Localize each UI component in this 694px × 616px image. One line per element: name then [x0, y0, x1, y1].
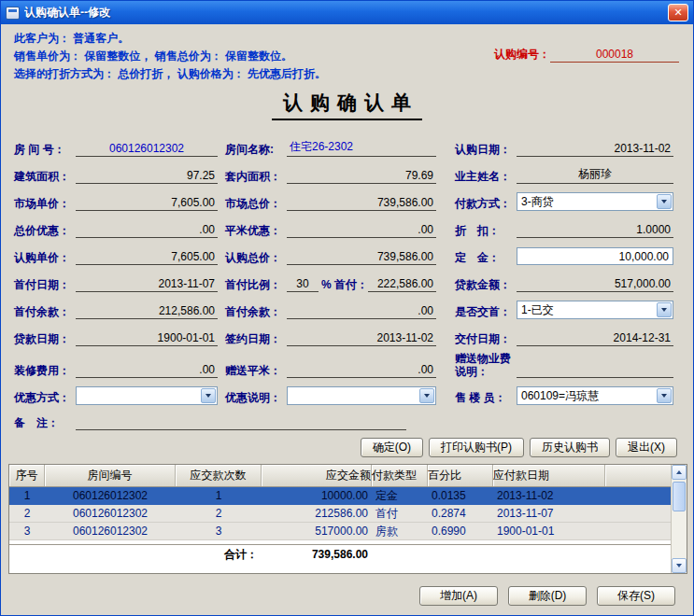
add-button[interactable]: 增加(A) — [419, 586, 498, 606]
market-unit-price-value[interactable]: 7,605.00 — [76, 196, 218, 211]
pay-method-value: 3-商贷 — [521, 194, 554, 210]
info-block: 此客户为： 普通客户。 销售单价为： 保留整数位， 销售总价为： 保留整数位。 … — [14, 30, 326, 83]
field-discount-method: 优惠方式： — [14, 386, 218, 405]
first-pay-ratio-value[interactable]: 30 — [287, 277, 319, 292]
delete-button[interactable]: 删除(D) — [508, 586, 587, 606]
field-remark: 备 注： — [14, 415, 406, 430]
deposit-label: 定 金： — [455, 250, 517, 265]
table-header-pay-type: 付款类型 — [372, 465, 428, 486]
scrollbar-thumb[interactable] — [673, 482, 686, 511]
table-header-percent: 百分比 — [428, 465, 493, 486]
salesperson-dropdown-button[interactable] — [657, 388, 672, 403]
total-discount-label: 总价优惠： — [14, 223, 76, 238]
first-pay-amount-value[interactable]: 222,586.00 — [368, 277, 436, 292]
first-pay-balance-2-value[interactable]: .00 — [287, 304, 436, 319]
discount-rate-value[interactable]: 1.0000 — [517, 223, 673, 238]
chevron-down-icon — [661, 200, 667, 203]
field-room-number: 房 间 号： 060126012302 — [14, 142, 218, 157]
is-first-paid-select[interactable]: 1-已交 — [517, 301, 673, 319]
table-vertical-scrollbar[interactable] — [671, 465, 687, 573]
scroll-down-button[interactable] — [672, 558, 687, 573]
field-deliver-date: 交付日期： 2014-12-31 — [455, 331, 673, 346]
table-row[interactable]: 1 060126012302 1 10000.00 定金 0.0135 2013… — [9, 487, 687, 505]
form-row-8: 贷款日期： 1900-01-01 签约日期： 2013-11-02 交付日期： … — [1, 323, 693, 350]
gift-sqm-value[interactable]: .00 — [287, 363, 436, 378]
dialog-window: 认购确认单--修改 ✕ 此客户为： 普通客户。 销售单价为： 保留整数位， 销售… — [0, 0, 694, 616]
build-area-value[interactable]: 97.25 — [76, 169, 218, 184]
info-line-customer: 此客户为： 普通客户。 — [14, 30, 326, 48]
table-row[interactable]: 2 060126012302 2 212586.00 首付 0.2874 201… — [9, 505, 687, 523]
discount-note-label: 优惠说明： — [225, 390, 287, 405]
is-first-paid-dropdown-button[interactable] — [657, 302, 672, 317]
field-confirm-date: 认购日期： 2013-11-02 — [455, 142, 673, 157]
discount-method-select[interactable] — [76, 386, 218, 405]
window-title: 认购确认单--修改 — [24, 5, 668, 21]
sqm-discount-value[interactable]: .00 — [287, 223, 436, 238]
discount-note-dropdown-button[interactable] — [419, 388, 434, 403]
pay-method-label: 付款方式： — [455, 196, 517, 211]
pay-method-dropdown-button[interactable] — [657, 194, 672, 209]
loan-amount-value[interactable]: 517,000.00 — [517, 277, 673, 292]
decoration-fee-label: 装修费用： — [14, 363, 76, 378]
field-decoration-fee: 装修费用： .00 — [14, 363, 218, 378]
deposit-input[interactable] — [517, 247, 673, 265]
table-header-amount: 应交金额 — [262, 465, 372, 486]
sign-date-value[interactable]: 2013-11-02 — [287, 331, 436, 346]
cell-index: 3 — [9, 523, 45, 539]
decoration-fee-value[interactable]: .00 — [76, 363, 218, 378]
print-confirmation-button[interactable]: 打印认购书(P) — [429, 438, 524, 457]
field-owner-name: 业主姓名： 杨丽珍 — [455, 166, 673, 184]
first-pay-balance-value[interactable]: 212,586.00 — [76, 304, 218, 319]
bottom-action-bar: 增加(A) 删除(D) 保存(S) — [419, 586, 675, 606]
market-unit-price-label: 市场单价： — [14, 196, 76, 211]
deliver-date-label: 交付日期： — [455, 331, 517, 346]
cell-installment: 2 — [176, 505, 262, 522]
field-market-total-price: 市场总价： 739,586.00 — [225, 196, 436, 211]
table-row[interactable]: 3 060126012302 3 517000.00 房款 0.6990 190… — [9, 523, 687, 540]
first-pay-amount-label: % 首付： — [321, 277, 368, 292]
first-pay-balance-label: 首付余款： — [14, 304, 76, 319]
first-pay-date-value[interactable]: 2013-11-07 — [76, 277, 218, 292]
form-row-5: 认购单价： 7,605.00 认购总价： 739,586.00 定 金： — [1, 242, 693, 269]
confirm-button[interactable]: 确定(O) — [361, 438, 423, 457]
confirm-date-value[interactable]: 2013-11-02 — [517, 142, 673, 157]
remark-value[interactable] — [76, 415, 406, 430]
gift-property-note-label: 赠送物业费 说明： — [455, 352, 517, 378]
total-discount-value[interactable]: .00 — [76, 223, 218, 238]
field-sign-date: 签约日期： 2013-11-02 — [225, 331, 436, 346]
is-first-paid-value: 1-已交 — [521, 302, 554, 318]
room-name-value[interactable]: 住宅26-2302 — [287, 139, 436, 157]
loan-date-value[interactable]: 1900-01-01 — [76, 331, 218, 346]
salesperson-select[interactable]: 060109=冯琼慧 — [517, 386, 673, 405]
chevron-down-icon — [661, 394, 667, 398]
form-row-4: 总价优惠： .00 平米优惠： .00 折 扣： 1.0000 — [1, 215, 693, 242]
cell-due-date: 1900-01-01 — [493, 523, 605, 539]
first-pay-ratio-label: 首付比例： — [225, 277, 287, 292]
pay-method-select[interactable]: 3-商贷 — [517, 192, 673, 211]
history-confirmation-button[interactable]: 历史认购书 — [530, 438, 610, 457]
confirm-unit-price-value[interactable]: 7,605.00 — [76, 250, 218, 265]
market-total-price-value[interactable]: 739,586.00 — [287, 196, 436, 211]
confirm-total-price-value[interactable]: 739,586.00 — [287, 250, 436, 265]
save-button[interactable]: 保存(S) — [597, 586, 675, 606]
room-number-value[interactable]: 060126012302 — [76, 142, 218, 157]
field-gift-sqm: 赠送平米： .00 — [225, 363, 436, 378]
table-header-room-number: 房间编号 — [45, 465, 176, 486]
discount-method-dropdown-button[interactable] — [201, 388, 216, 403]
gift-property-note-value[interactable] — [517, 363, 673, 378]
inner-area-value[interactable]: 79.69 — [287, 169, 436, 184]
field-loan-amount: 贷款金额： 517,000.00 — [455, 277, 673, 292]
cell-pay-type: 首付 — [372, 505, 428, 522]
discount-note-select[interactable] — [287, 386, 436, 405]
owner-name-value[interactable]: 杨丽珍 — [517, 166, 673, 184]
deliver-date-value[interactable]: 2014-12-31 — [517, 331, 673, 346]
field-discount-rate: 折 扣： 1.0000 — [455, 223, 673, 238]
table-header-index: 序号 — [9, 465, 45, 486]
inner-area-label: 套内面积： — [225, 169, 287, 184]
loan-amount-label: 贷款金额： — [455, 277, 517, 292]
scroll-up-button[interactable] — [672, 465, 687, 480]
field-first-pay-balance-2: 首付余款： .00 — [225, 304, 436, 319]
exit-button[interactable]: 退出(X) — [616, 438, 677, 457]
close-button[interactable]: ✕ — [668, 4, 688, 21]
field-first-pay-date: 首付日期： 2013-11-07 — [14, 277, 218, 292]
